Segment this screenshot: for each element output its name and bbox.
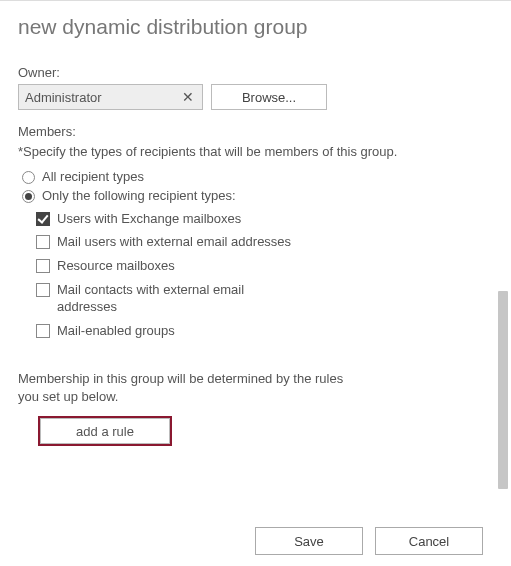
- checkbox-icon: [36, 324, 50, 338]
- dialog: new dynamic distribution group Owner: Ad…: [0, 0, 511, 566]
- owner-label: Owner:: [18, 65, 477, 80]
- checkbox-icon: [36, 259, 50, 273]
- scrollbar-thumb[interactable]: [498, 291, 508, 489]
- recipient-scope-radios: All recipient types Only the following r…: [22, 169, 477, 203]
- membership-note: Membership in this group will be determi…: [18, 370, 348, 406]
- clear-owner-icon[interactable]: ✕: [178, 85, 198, 109]
- cancel-button[interactable]: Cancel: [375, 527, 483, 555]
- owner-value: Administrator: [25, 90, 102, 105]
- dialog-footer: Save Cancel: [0, 516, 511, 566]
- recipient-type-checklist: Users with Exchange mailboxes Mail users…: [36, 211, 477, 340]
- radio-only-following-types[interactable]: Only the following recipient types:: [22, 188, 477, 203]
- form-scroll-area: new dynamic distribution group Owner: Ad…: [0, 1, 493, 496]
- page-title: new dynamic distribution group: [18, 15, 477, 39]
- checkbox-mail-enabled-groups[interactable]: Mail-enabled groups: [36, 323, 477, 340]
- checkbox-mail-users-external[interactable]: Mail users with external email addresses: [36, 234, 477, 251]
- checkbox-label: Mail users with external email addresses: [57, 234, 291, 251]
- members-hint: *Specify the types of recipients that wi…: [18, 143, 477, 161]
- browse-button[interactable]: Browse...: [211, 84, 327, 110]
- members-label: Members:: [18, 124, 477, 139]
- add-rule-button[interactable]: add a rule: [40, 418, 170, 444]
- checkbox-icon: [36, 283, 50, 297]
- checkbox-label: Mail-enabled groups: [57, 323, 175, 340]
- checkbox-users-exchange-mailboxes[interactable]: Users with Exchange mailboxes: [36, 211, 477, 228]
- checkbox-mail-contacts-external[interactable]: Mail contacts with external email addres…: [36, 282, 477, 316]
- vertical-scrollbar[interactable]: [497, 81, 509, 489]
- radio-icon: [22, 190, 35, 203]
- radio-label: Only the following recipient types:: [42, 188, 236, 203]
- add-rule-wrap: add a rule: [40, 418, 477, 444]
- checkbox-icon: [36, 212, 50, 226]
- radio-icon: [22, 171, 35, 184]
- checkbox-label: Mail contacts with external email addres…: [57, 282, 307, 316]
- checkbox-label: Users with Exchange mailboxes: [57, 211, 241, 228]
- owner-input[interactable]: Administrator ✕: [18, 84, 203, 110]
- radio-all-recipient-types[interactable]: All recipient types: [22, 169, 477, 184]
- checkbox-resource-mailboxes[interactable]: Resource mailboxes: [36, 258, 477, 275]
- owner-row: Administrator ✕ Browse...: [18, 84, 477, 110]
- checkbox-icon: [36, 235, 50, 249]
- save-button[interactable]: Save: [255, 527, 363, 555]
- checkbox-label: Resource mailboxes: [57, 258, 175, 275]
- radio-label: All recipient types: [42, 169, 144, 184]
